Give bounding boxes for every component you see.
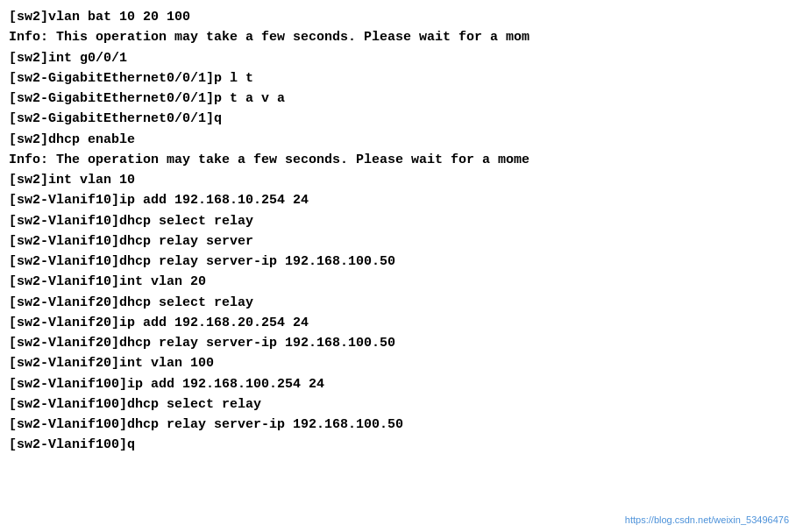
terminal-line: [sw2]dhcp enable <box>9 130 787 150</box>
terminal-line: [sw2-Vlanif20]dhcp select relay <box>9 293 787 313</box>
terminal-line: [sw2-GigabitEthernet0/0/1]q <box>9 109 787 129</box>
terminal-line: [sw2-Vlanif10]int vlan 20 <box>9 272 787 292</box>
terminal-container: [sw2]vlan bat 10 20 100Info: This operat… <box>0 0 796 532</box>
terminal-line: [sw2-Vlanif10]dhcp select relay <box>9 211 787 231</box>
terminal-line: [sw2-Vlanif10]ip add 192.168.10.254 24 <box>9 190 787 210</box>
terminal-line: [sw2-Vlanif100]dhcp select relay <box>9 394 787 415</box>
terminal-line: [sw2]vlan bat 10 20 100 <box>9 7 787 27</box>
terminal-line: Info: This operation may take a few seco… <box>9 27 787 47</box>
terminal-line: [sw2-GigabitEthernet0/0/1]p t a v a <box>9 89 787 109</box>
terminal-line: [sw2-Vlanif10]dhcp relay server <box>9 231 787 252</box>
terminal-line: [sw2]int g0/0/1 <box>9 48 787 68</box>
terminal-line: [sw2-Vlanif100]q <box>9 435 787 455</box>
terminal-line: [sw2-Vlanif10]dhcp relay server-ip 192.1… <box>9 252 787 272</box>
terminal-line: [sw2]int vlan 10 <box>9 170 787 190</box>
terminal-line: [sw2-GigabitEthernet0/0/1]p l t <box>9 68 787 89</box>
watermark: https://blog.csdn.net/weixin_53496476 <box>625 514 789 525</box>
terminal-line: Info: The operation may take a few secon… <box>9 150 787 170</box>
terminal-line: [sw2-Vlanif20]dhcp relay server-ip 192.1… <box>9 333 787 353</box>
terminal-line: [sw2-Vlanif20]int vlan 100 <box>9 353 787 373</box>
terminal-line: [sw2-Vlanif100]dhcp relay server-ip 192.… <box>9 415 787 435</box>
terminal-line: [sw2-Vlanif100]ip add 192.168.100.254 24 <box>9 374 787 394</box>
terminal-line: [sw2-Vlanif20]ip add 192.168.20.254 24 <box>9 313 787 333</box>
